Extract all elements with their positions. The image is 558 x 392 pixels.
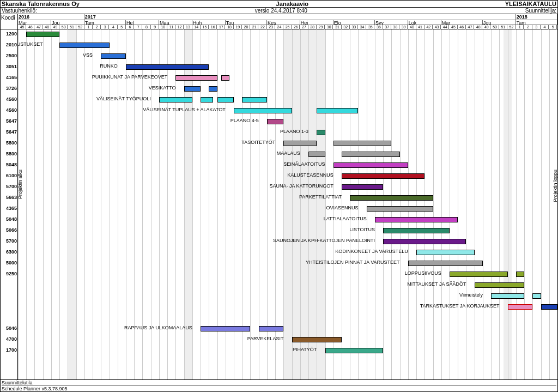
gantt-bar[interactable] [516,272,524,277]
task-label: MITTAUKSET JA SÄÄDÖT [407,281,466,287]
axis-week: 30 [325,25,333,29]
time-axis: Koodi 201620172018 MarJouTamHelMaaHuhTou… [1,14,557,29]
gantt-bar[interactable] [375,217,458,222]
gantt-bar[interactable] [26,32,59,37]
gantt-row: RUNKO [18,62,557,73]
task-code [1,291,17,302]
axis-week: 41 [416,25,424,29]
axis-month: Elo [333,20,375,25]
plan-mode: Suunnittelutila [2,380,556,386]
task-code: 2010 [1,40,17,51]
axis-week: 23 [267,25,275,29]
gantt-bar[interactable] [159,97,192,102]
gantt-row: YHTEISTILOJEN PINNAT JA VARUSTEET [18,258,557,269]
footer: Suunnittelutila Schedule Planner v5.3.78… [1,379,557,391]
axis-month: Hel [126,20,159,25]
axis-week: 45 [18,25,26,29]
gantt-bar[interactable] [283,141,317,146]
company: Skanska Talonrakennus Oy [2,1,80,7]
header: Skanska Talonrakennus Oy Janakaavio YLEI… [1,1,557,8]
gantt-bar[interactable] [325,348,384,353]
gantt-bar[interactable] [383,228,450,233]
gantt-bar[interactable] [367,206,433,212]
task-label: KODINKONEET JA VARUSTELU [335,249,408,254]
axis-week: 47 [466,25,474,29]
task-code: 3051 [1,62,17,73]
gantt-bar[interactable] [175,75,217,81]
task-code: 4365 [1,204,17,215]
axis-year: 2018 [516,14,557,20]
task-code: 4165 [1,73,17,84]
gantt-bar[interactable] [450,272,508,277]
gantt-bar[interactable] [292,337,342,342]
gantt-bar[interactable] [259,326,284,331]
gantt-bar[interactable] [541,304,557,310]
gantt-bar[interactable] [59,43,109,48]
gantt-bar[interactable] [508,304,533,310]
gantt-bar[interactable] [126,64,209,70]
gantt-bar[interactable] [201,326,250,331]
gantt-bar[interactable] [221,75,229,81]
gantt-bar[interactable] [184,86,201,92]
axis-week: 51 [68,25,76,29]
task-label: VESIKATTO [149,85,176,91]
task-label: PUUIKKUNAT JA PARVEKEOVET [92,74,167,80]
task-label: LOPPUSIIVOUS [405,270,441,276]
axis-month: Hei [300,20,333,25]
axis-week: 4 [541,25,549,29]
gantt-bar[interactable] [408,261,483,266]
gantt-bar[interactable] [217,97,234,102]
task-code: 5048 [1,215,17,226]
gantt-chart[interactable]: NUSPERUSTUKSETVSSRUNKOPUUIKKUNAT JA PARV… [18,29,557,379]
gantt-bar[interactable] [350,195,433,201]
gantt-bar[interactable] [101,53,126,59]
axis-month: Tam [84,20,126,25]
gantt-row: VESIKATTO [18,84,557,95]
task-label: SAUNOJEN JA KPH-KATTOJEN PANELOINTI [273,238,375,243]
gantt-bar[interactable] [491,293,524,299]
axis-week: 48 [43,25,51,29]
gantt-bar[interactable] [242,97,267,102]
gantt-bar[interactable] [317,130,325,135]
gantt-bar[interactable] [308,152,325,157]
axis-week: 46 [26,25,34,29]
gantt-row: PARVEKELASIT [18,335,557,346]
gantt-bar[interactable] [234,108,292,113]
gantt-bar[interactable] [383,239,466,244]
axis-week: 11 [167,25,175,29]
gantt-bar[interactable] [201,97,213,102]
gantt-bar[interactable] [342,184,383,190]
task-label: TASOITETYÖT [241,140,275,145]
gantt-row: TARKASTUKSET JA KORJAUKSET [18,302,557,313]
gantt-bar[interactable] [317,108,358,113]
axis-month: Huh [192,20,226,25]
axis-week: 43 [433,25,441,29]
task-label: SEINÄLAATOITUS [283,161,325,167]
gantt-bar[interactable] [209,86,217,92]
axis-week: 38 [391,25,399,29]
axis-week: 8 [142,25,150,29]
task-code: 5700 [1,182,17,193]
gantt-row: Viimeistely [18,291,557,302]
gantt-bar[interactable] [333,141,392,146]
axis-month: Jou [483,20,516,25]
left-vlabel: Projektin alku [18,170,23,199]
task-label: YHTEISTILOJEN PINNAT JA VARUSTEET [306,260,400,265]
task-code: 1200 [1,29,17,40]
gantt-bar[interactable] [267,119,283,124]
gantt-bar[interactable] [342,152,400,157]
task-label: PIHATYÖT [293,347,317,352]
gantt-bar[interactable] [532,293,541,299]
gantt-bar[interactable] [475,282,524,288]
gantt-bar[interactable] [416,250,475,255]
gantt-bar[interactable] [333,162,408,168]
title-right: YLEISAIKATAULU [505,1,556,7]
task-code: 5048 [1,160,17,171]
axis-week: 49 [482,25,490,29]
axis-month: Tam [516,20,557,25]
axis-week: 26 [292,25,300,29]
axis-week: 16 [209,25,217,29]
axis-year: 2017 [84,14,516,20]
axis-week: 44 [441,25,449,29]
gantt-bar[interactable] [342,173,424,179]
